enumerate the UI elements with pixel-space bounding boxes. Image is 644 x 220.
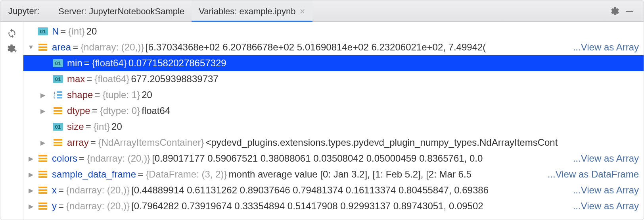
var-type: {ndarray: (20,)} — [80, 42, 144, 53]
var-name: dtype — [67, 105, 90, 116]
close-icon[interactable]: ✕ — [299, 7, 305, 16]
array-icon — [38, 154, 48, 163]
var-value: [0.89017177 0.59067521 0.38088061 0.0350… — [152, 153, 483, 164]
var-name: size — [67, 121, 84, 132]
variable-row-area-max[interactable]: max = {float64} 677.2059398839737 — [23, 71, 644, 87]
var-type: {ndarray: (20,)} — [66, 201, 130, 212]
chevron-right-icon[interactable]: ▶ — [38, 91, 47, 99]
primitive-icon — [53, 59, 63, 68]
var-name: array — [67, 137, 89, 148]
array-icon — [38, 202, 48, 210]
array-icon — [53, 106, 63, 115]
var-value: float64 — [142, 105, 170, 116]
var-name: max — [67, 73, 85, 85]
variable-row-x[interactable]: ▶ x = {ndarray: (20,)} [0.44889914 0.611… — [23, 182, 644, 198]
minimize-icon[interactable] — [622, 4, 636, 18]
var-type: {float64} — [92, 58, 127, 69]
array-icon — [38, 170, 48, 179]
var-name: y — [52, 201, 57, 212]
chevron-right-icon[interactable]: ▶ — [27, 187, 35, 194]
chevron-right-icon[interactable]: ▶ — [27, 155, 35, 162]
var-name: colors — [52, 153, 77, 164]
tab-variables-label: Variables: example.ipynb — [199, 6, 295, 17]
array-icon — [53, 138, 63, 147]
panel-header: Jupyter: Server: JupyterNotebookSample V… — [0, 0, 644, 22]
var-name: shape — [67, 89, 93, 100]
variable-row-colors[interactable]: ▶ colors = {ndarray: (20,)} [0.89017177 … — [23, 151, 644, 166]
array-icon — [38, 43, 48, 52]
var-type: {DataFrame: (3, 2)} — [146, 169, 227, 180]
var-type: {ndarray: (20,)} — [87, 153, 150, 164]
var-type: {int} — [68, 26, 84, 37]
view-as-array-link[interactable]: ...View as Array — [573, 185, 644, 196]
var-value: [0.44889914 0.61131262 0.89037646 0.7948… — [131, 185, 489, 196]
chevron-right-icon[interactable]: ▶ — [38, 139, 47, 147]
var-type: {tuple: 1} — [102, 89, 140, 100]
reload-icon[interactable] — [7, 27, 17, 38]
var-value: [6.37034368e+02 6.20786678e+02 5.0169081… — [146, 42, 486, 53]
var-value: 20 — [111, 121, 122, 132]
var-name: x — [52, 185, 57, 196]
variable-row-area[interactable]: ▼ area = {ndarray: (20,)} [6.37034368e+0… — [23, 39, 644, 55]
chevron-down-icon[interactable]: ▼ — [27, 44, 35, 51]
var-name: area — [52, 42, 71, 53]
variable-row-y[interactable]: ▶ y = {ndarray: (20,)} [0.7964282 0.7391… — [23, 198, 644, 214]
view-as-array-link[interactable]: ...View as Array — [573, 201, 644, 212]
var-value: 20 — [86, 26, 97, 37]
var-value: <pydevd_plugins.extensions.types.pydevd_… — [206, 137, 558, 148]
var-value: 677.2059398839737 — [131, 73, 218, 85]
variable-row-area-min[interactable]: min = {float64} 0.07715820278657329 — [23, 55, 644, 71]
variable-row-N[interactable]: N = {int} 20 — [23, 23, 644, 39]
chevron-right-icon[interactable]: ▶ — [27, 203, 35, 210]
variable-row-sample-data-frame[interactable]: ▶ sample_data_frame = {DataFrame: (3, 2)… — [23, 166, 644, 182]
var-type: {float64} — [94, 73, 129, 85]
chevron-right-icon[interactable]: ▶ — [27, 171, 35, 178]
var-name: sample_data_frame — [52, 169, 136, 180]
variable-row-area-shape[interactable]: ▶ shape = {tuple: 1} 20 — [23, 87, 644, 103]
chevron-right-icon[interactable]: ▶ — [38, 107, 47, 115]
var-value: 20 — [142, 89, 152, 100]
var-type: {ndarray: (20,)} — [66, 185, 130, 196]
sidebar-toolbar: ▾ — [0, 22, 23, 220]
var-type: {dtype: 0} — [100, 105, 140, 116]
view-as-array-link[interactable]: ...View as Array — [573, 42, 644, 53]
primitive-icon — [38, 27, 48, 36]
variable-row-area-size[interactable]: size = {int} 20 — [23, 119, 644, 135]
var-value: [0.7964282 0.73919674 0.33354894 0.51417… — [131, 201, 483, 212]
var-name: N — [52, 26, 59, 37]
var-type: {int} — [94, 121, 110, 132]
tab-server-label: Server: JupyterNotebookSample — [58, 6, 184, 17]
settings-icon[interactable]: ▾ — [7, 43, 17, 53]
variable-row-area-array[interactable]: ▶ array = {NdArrayItemsContainer} <pydev… — [23, 135, 644, 151]
view-as-array-link[interactable]: ...View as Array — [573, 153, 644, 164]
primitive-icon — [53, 122, 63, 131]
var-value: month average value [0: Jan 3.2], [1: Fe… — [229, 169, 472, 180]
tuple-icon — [53, 91, 63, 99]
var-value: 0.07715820278657329 — [128, 58, 226, 69]
var-type: {NdArrayItemsContainer} — [98, 137, 204, 148]
primitive-icon — [53, 75, 63, 83]
view-as-dataframe-link[interactable]: ...View as DataFrame — [548, 169, 644, 180]
tab-server[interactable]: Server: JupyterNotebookSample — [51, 0, 192, 22]
jupyter-label: Jupyter: — [8, 6, 39, 16]
variables-tree: N = {int} 20 ▼ area = {ndarray: (20,)} [… — [23, 22, 644, 220]
array-icon — [38, 186, 48, 195]
variable-row-area-dtype[interactable]: ▶ dtype = {dtype: 0} float64 — [23, 103, 644, 119]
tab-variables[interactable]: Variables: example.ipynb ✕ — [192, 0, 312, 22]
gear-icon[interactable] — [608, 4, 622, 18]
var-name: min — [67, 58, 82, 69]
